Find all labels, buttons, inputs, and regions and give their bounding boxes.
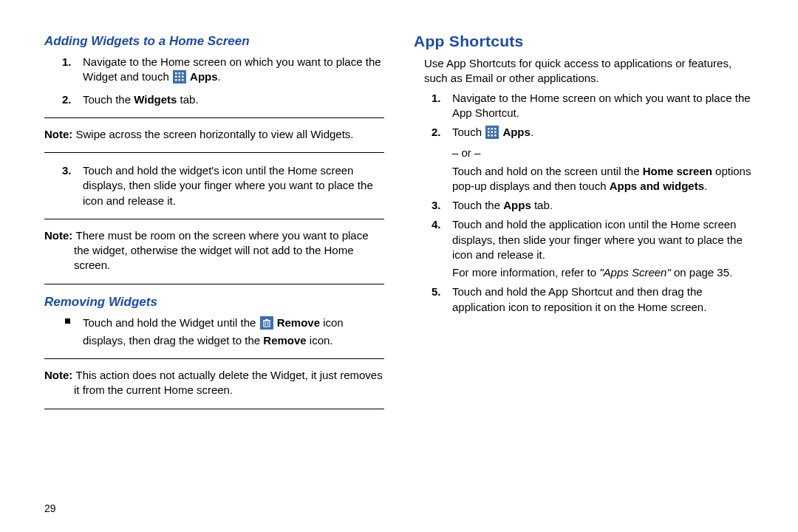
heading-removing-widgets: Removing Widgets [44,295,384,310]
svg-rect-9 [182,79,184,81]
svg-rect-6 [182,76,184,78]
step-text: Touch and hold the App Shortcut and then… [452,285,706,313]
step-text: Touch and hold the widget's icon until t… [83,164,373,207]
list-item: 1. Navigate to the Home screen on which … [452,91,754,121]
svg-rect-23 [488,134,490,137]
bullet-text: Touch and hold the Widget until the Remo… [83,316,344,347]
step-text: Navigate to the Home screen on which you… [452,92,751,119]
list-item: 3. Touch and hold the widget's icon unti… [83,163,384,208]
heading-app-shortcuts: App Shortcuts [414,33,754,50]
svg-rect-8 [178,79,180,81]
app-shortcuts-steps: 1. Navigate to the Home screen on which … [414,91,754,315]
svg-rect-24 [491,134,494,137]
step-text: Touch the Widgets tab. [83,93,199,106]
svg-rect-7 [175,79,177,81]
step-number: 2. [62,92,72,107]
square-bullet-icon [65,318,70,324]
svg-rect-19 [494,128,497,130]
list-item: 5. Touch and hold the App Shortcut and t… [452,284,754,315]
note-no-delete: Note: This action does not actually dele… [44,358,384,409]
step-text: Touch Apps. [452,126,533,138]
intro-text: Use App Shortcuts for quick access to ap… [424,56,754,86]
svg-rect-3 [182,72,184,75]
step-number: 2. [432,125,441,140]
trash-icon [260,316,273,333]
svg-rect-4 [175,76,177,78]
step-number: 1. [62,55,72,69]
step-number: 5. [432,284,441,299]
svg-rect-10 [260,316,273,330]
list-item: 4. Touch and hold the application icon u… [452,217,754,280]
removing-widgets-list: Touch and hold the Widget until the Remo… [44,316,384,349]
heading-adding-widgets: Adding Widgets to a Home Screen [44,34,384,49]
manual-page: Adding Widgets to a Home Screen 1. Navig… [0,0,798,434]
adding-widgets-steps-cont: 3. Touch and hold the widget's icon unti… [44,163,384,208]
svg-rect-20 [488,132,490,134]
svg-rect-5 [178,76,180,78]
svg-rect-25 [494,134,497,137]
step-number: 4. [432,217,441,232]
list-item: 1. Navigate to the Home screen on which … [83,55,384,88]
step-text: Touch and hold the application icon unti… [452,218,743,261]
list-item: Touch and hold the Widget until the Remo… [83,316,384,349]
list-item: 3. Touch the Apps tab. [452,198,754,213]
cross-reference: For more information, refer to "Apps Scr… [452,265,754,280]
list-item: 2. Touch Apps. – or – Touch and hold on … [452,125,754,194]
apps-grid-icon [173,70,186,87]
svg-rect-22 [494,132,497,134]
step-number: 1. [432,91,441,106]
right-column: App Shortcuts Use App Shortcuts for quic… [414,30,754,420]
step-text: Touch the Apps tab. [452,199,553,211]
svg-rect-2 [178,72,180,75]
step-number: 3. [432,198,441,213]
svg-rect-17 [488,128,490,130]
left-column: Adding Widgets to a Home Screen 1. Navig… [44,30,384,420]
page-number: 29 [44,502,56,514]
step-number: 3. [62,163,72,178]
svg-rect-21 [491,132,494,134]
svg-rect-18 [491,128,494,130]
adding-widgets-steps: 1. Navigate to the Home screen on which … [44,55,384,107]
or-separator: – or – [452,146,754,160]
list-item: 2. Touch the Widgets tab. [83,92,384,107]
step-text: Navigate to the Home screen on which you… [83,55,381,83]
note-room: Note: There must be room on the screen w… [44,219,384,284]
note-swipe: Note: Swipe across the screen horizontal… [44,117,384,153]
svg-rect-1 [175,72,177,75]
step-alt-text: Touch and hold on the screen until the H… [452,164,754,194]
apps-grid-icon [485,126,499,143]
